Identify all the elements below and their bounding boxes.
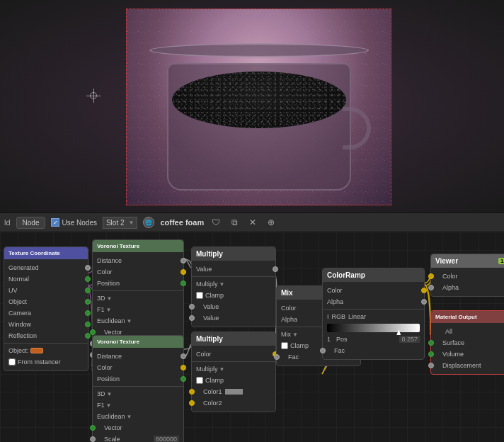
from-instancer-checkbox[interactable] (8, 358, 16, 366)
voronoi1-position: Position (93, 278, 183, 289)
viewer-alpha-socket (428, 285, 434, 290)
window-socket (85, 322, 91, 327)
colorramp-pos-label: Pos (336, 336, 348, 343)
multiply1-out-socket (273, 266, 278, 272)
voronoi-1-title: Voronoi Texture (97, 243, 139, 249)
colorramp-gradient-bar[interactable] (327, 324, 420, 332)
normal-output: Normal (4, 273, 88, 285)
crosshair-circle (90, 92, 97, 99)
colorramp-pos-row: 1 Pos 0.257 (323, 334, 424, 345)
multiply1-val1-socket (189, 304, 195, 310)
voronoi2-scale: Scale 600000 (93, 434, 183, 442)
voronoi2-position-socket (181, 376, 186, 382)
node-button[interactable]: Node (16, 217, 46, 229)
voronoi-2-body: Distance Color Position 3D▼ F1▼ Euclidea… (93, 348, 183, 442)
shield-button[interactable]: 🛡 (210, 216, 222, 229)
material-volume: Volume (431, 348, 504, 360)
use-nodes-label: Use Nodes (62, 219, 96, 227)
multiply-2-title: Multiply (196, 335, 223, 343)
multiply1-val1-label: Value (203, 303, 219, 310)
object-field[interactable] (30, 348, 43, 353)
camera-output: Camera (4, 307, 88, 319)
mix-title: Mix (281, 289, 293, 297)
multiply2-color2: Color2 (192, 397, 275, 409)
multiply1-dropdown[interactable]: Multiply ▼ (192, 278, 275, 290)
node-tex-coord-title: Texture Coordinate (8, 250, 60, 256)
surface-socket (428, 340, 434, 346)
voronoi1-f1: F1▼ (93, 304, 183, 315)
multiply1-value2: Value (192, 312, 275, 324)
multiply1-val2-label: Value (203, 314, 219, 322)
slot-select[interactable]: Slot 2 ▼ (103, 217, 138, 229)
viewport (0, 0, 504, 212)
multiply-1-header: Multiply (192, 247, 275, 261)
multiply-1-title: Multiply (196, 250, 223, 258)
colorramp-header: ColorRamp (323, 268, 424, 282)
voronoi2-distance-socket (181, 353, 186, 359)
voronoi2-euclidean: Euclidean▼ (93, 411, 183, 422)
copy-button[interactable]: ⧉ (228, 216, 241, 229)
use-nodes-checkbox[interactable]: ✓ Use Nodes (51, 218, 96, 227)
pin-button[interactable]: ⊕ (265, 216, 277, 229)
voronoi-texture-2-node[interactable]: Voronoi Texture Distance Color Position … (92, 335, 184, 442)
multiply2-col2-label: Color2 (203, 400, 222, 407)
multiply1-val2-socket (189, 315, 195, 321)
node-editor[interactable]: Texture Coordinate Generated Normal UV O… (0, 232, 504, 442)
multiply2-dropdown[interactable]: Multiply ▼ (192, 363, 275, 375)
multiply2-col2-socket (189, 400, 195, 406)
close-button[interactable]: ✕ (246, 216, 259, 229)
checkbox-icon[interactable]: ✓ (51, 218, 59, 227)
material-output-title: Material Output (435, 314, 477, 320)
crosshair (86, 89, 101, 103)
cup-rim (149, 43, 369, 57)
coffee-cup (153, 49, 365, 205)
multiply1-clamp-check[interactable] (196, 292, 203, 299)
material-displacement: Displacement (431, 360, 504, 371)
mix-clamp-label: Clamp (290, 342, 309, 349)
reflection-output: Reflection (4, 330, 88, 341)
multiply1-arrow: ▼ (219, 281, 225, 288)
colorramp-color-socket (421, 288, 427, 293)
viewer-body: Color Alpha (431, 268, 504, 296)
voronoi-2-title: Voronoi Texture (97, 339, 139, 345)
voronoi2-color: Color (93, 362, 183, 373)
displacement-socket (428, 363, 434, 368)
material-output-header: Material Output (431, 311, 504, 323)
multiply-2-header: Multiply (192, 332, 275, 346)
colorramp-pos-value[interactable]: 0.257 (399, 336, 420, 343)
mode-label: ld (4, 218, 11, 227)
multiply1-clamp-label: Clamp (205, 292, 224, 299)
viewer-node[interactable]: Viewer 1.1 Color Alpha (430, 254, 504, 297)
mix-clamp-check[interactable] (281, 342, 288, 349)
colorramp-alpha-out: Alpha (323, 296, 424, 307)
normal-socket (85, 276, 91, 282)
node-tex-coord-header: Texture Coordinate (4, 247, 88, 259)
viewer-color-in: Color (431, 271, 504, 282)
voronoi2-distance: Distance (93, 351, 183, 362)
multiply1-dropdown-label: Multiply (196, 280, 218, 288)
globe-icon: 🌐 (143, 217, 154, 228)
material-output-node[interactable]: Material Output All Surface Volume Displ… (430, 310, 504, 375)
texture-coordinate-node[interactable]: Texture Coordinate Generated Normal UV O… (4, 246, 88, 371)
multiply2-color-out: Color (192, 348, 275, 360)
coffee-surface (172, 72, 346, 128)
camera-socket (85, 310, 91, 316)
voronoi-2-header: Voronoi Texture (93, 336, 183, 348)
colorramp-linear: Linear (348, 313, 366, 320)
mix-fac-label: Fac (288, 353, 299, 361)
multiply-1-node[interactable]: Multiply Value Multiply ▼ Clamp Value (191, 246, 276, 327)
colorramp-mode[interactable]: RGB (332, 313, 346, 320)
toolbar: ld Node ✓ Use Nodes Slot 2 ▼ 🌐 coffee fo… (0, 212, 504, 232)
multiply2-color1: Color1 (192, 386, 275, 397)
mix-alpha-label: Alpha (281, 316, 297, 323)
generated-socket (85, 265, 91, 271)
colorramp-fac-socket (320, 348, 326, 353)
colorramp-node[interactable]: ColorRamp Color Alpha I RGB Linear 1 Pos… (322, 268, 425, 360)
multiply2-clamp-check[interactable] (196, 377, 203, 384)
voronoi1-pos-in-socket (90, 329, 96, 335)
uv-socket (85, 288, 91, 293)
voronoi2-scale-value[interactable]: 600000 (154, 436, 179, 442)
voronoi2-f1: F1▼ (93, 400, 183, 411)
volume-socket (428, 351, 434, 357)
multiply-2-node[interactable]: Multiply Color Multiply ▼ Clamp Color1 (191, 332, 276, 412)
